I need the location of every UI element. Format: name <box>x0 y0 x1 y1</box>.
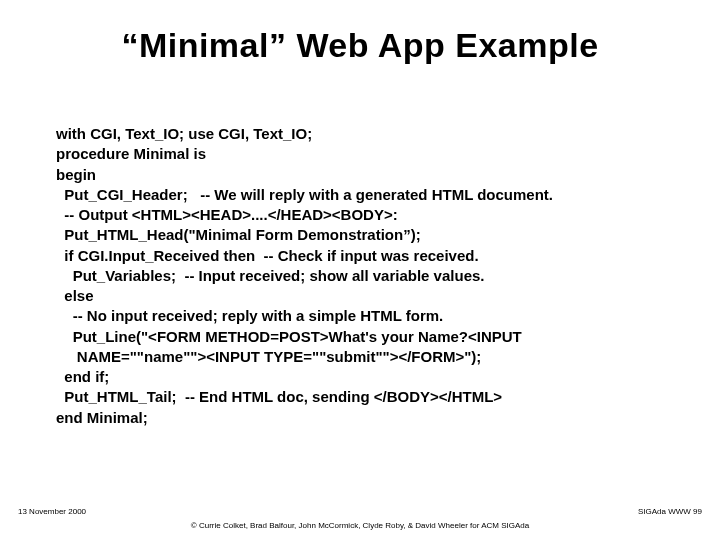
code-block: with CGI, Text_IO; use CGI, Text_IO; pro… <box>56 124 676 428</box>
slide: “Minimal” Web App Example with CGI, Text… <box>0 0 720 540</box>
footer-event: SIGAda WWW 99 <box>638 507 702 516</box>
slide-title: “Minimal” Web App Example <box>0 26 720 65</box>
footer-copyright: © Currie Colket, Brad Balfour, John McCo… <box>0 521 720 530</box>
footer-date: 13 November 2000 <box>18 507 86 516</box>
